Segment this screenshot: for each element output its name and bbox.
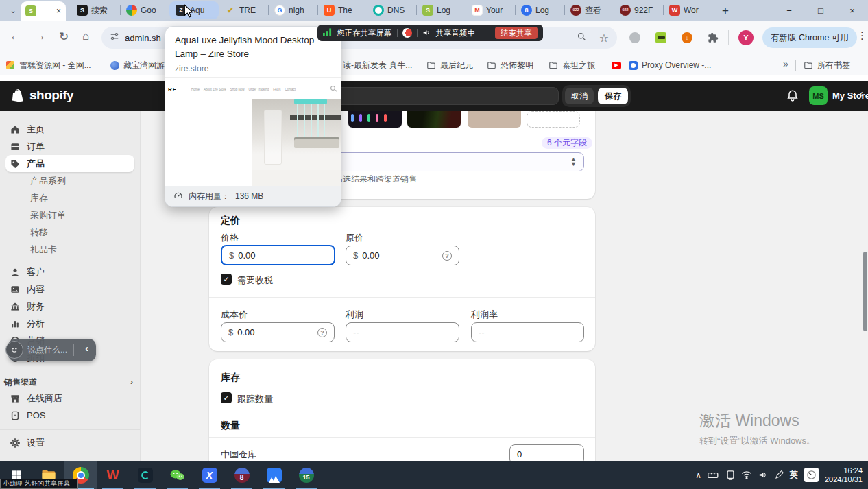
tab-搜索[interactable]: S 搜索 xyxy=(71,1,120,19)
tab-查看[interactable]: 922 查看 xyxy=(564,1,614,19)
sidebar-item-settings[interactable]: 设置 xyxy=(5,434,134,451)
tab-The[interactable]: U The xyxy=(317,1,367,19)
save-button[interactable]: 保存 xyxy=(598,88,628,104)
assistant-avatar-icon[interactable] xyxy=(5,341,23,359)
warehouse-quantity-input[interactable]: 0 xyxy=(509,444,584,461)
cost-input[interactable]: $ 0.00 ? xyxy=(221,322,335,342)
taskbar-shield-app[interactable] xyxy=(129,461,161,489)
profit-input[interactable]: -- xyxy=(346,322,459,342)
tab-close-icon[interactable]: × xyxy=(56,7,61,15)
sidebar-item-分析[interactable]: 分析 xyxy=(5,315,134,332)
bookmark-读-最新发表 真牛...[interactable]: 读-最新发表 真牛... xyxy=(343,59,412,71)
sidebar-subitem-礼品卡[interactable]: 礼品卡 xyxy=(0,241,140,258)
channel-item-在线商店[interactable]: 在线商店 xyxy=(5,390,134,407)
price-input[interactable]: $ 0.00 xyxy=(221,245,335,265)
help-icon[interactable]: ? xyxy=(317,328,327,337)
sidebar-item-客户[interactable]: 客户 xyxy=(5,263,134,281)
tab-Log[interactable]: S Log xyxy=(416,1,466,19)
sidebar-subitem-产品系列[interactable]: 产品系列 xyxy=(0,172,140,189)
product-image-thumb[interactable] xyxy=(468,111,521,128)
taskbar-wps[interactable]: W xyxy=(97,461,129,489)
tray-gauge-app-icon[interactable] xyxy=(804,468,819,482)
notifications-bell-icon[interactable] xyxy=(786,88,801,104)
all-bookmarks[interactable]: 所有书签 xyxy=(804,59,850,71)
battery-icon[interactable] xyxy=(708,471,720,479)
volume-icon[interactable] xyxy=(758,470,769,479)
cancel-button[interactable]: 取消 xyxy=(565,88,594,104)
close-button[interactable]: × xyxy=(836,0,868,21)
tab-Wor[interactable]: W Wor xyxy=(663,1,712,19)
help-icon[interactable]: ? xyxy=(442,251,452,261)
tab-922F[interactable]: 922 922F xyxy=(614,1,663,19)
extension-green-icon[interactable] xyxy=(654,31,668,45)
bookmark-最后纪元[interactable]: 最后纪元 xyxy=(426,59,473,71)
tab-Your[interactable]: M Your xyxy=(466,1,515,19)
tab-overview-chevron-icon[interactable]: ⌄ xyxy=(5,3,21,18)
tab-DNS[interactable]: DNS xyxy=(367,1,416,19)
search-icon[interactable] xyxy=(577,32,587,45)
track-quantity-checkbox[interactable]: ✓ xyxy=(221,392,232,403)
maximize-button[interactable]: □ xyxy=(805,0,836,21)
product-image-thumb[interactable] xyxy=(348,111,402,128)
browser-menu-icon[interactable]: ⋮ xyxy=(857,29,867,42)
taskbar-xmind[interactable]: X xyxy=(193,461,226,489)
bookmark-youtube[interactable]: ▶ xyxy=(612,59,621,71)
assistant-input[interactable]: 说点什么... xyxy=(27,344,67,356)
display-icon[interactable] xyxy=(726,470,735,480)
bookmark-雪糕资源网 - 全网...[interactable]: 雪糕资源网 - 全网... xyxy=(5,59,91,71)
extension-gray-icon[interactable] xyxy=(628,31,642,45)
tab-TRE[interactable]: ✔ TRE xyxy=(219,1,268,19)
tab-Goo[interactable]: Goo xyxy=(120,1,169,19)
margin-input[interactable]: -- xyxy=(471,322,584,342)
chrome-update-chip[interactable]: 有新版 Chrome 可用 xyxy=(762,27,857,48)
site-info-icon[interactable] xyxy=(110,32,119,44)
panel-collapse-chevron-icon[interactable]: ‹ xyxy=(860,88,863,99)
metafields-link[interactable]: 6 个元字段 xyxy=(542,137,592,149)
reload-icon[interactable]: ↻ xyxy=(59,29,69,44)
wifi-icon[interactable] xyxy=(741,470,752,479)
clock[interactable]: 16:24 2024/10/31 xyxy=(825,466,863,484)
sidebar-item-内容[interactable]: 内容 xyxy=(5,281,134,298)
tab-nigh[interactable]: G nigh xyxy=(268,1,317,19)
pen-icon[interactable] xyxy=(775,470,784,479)
tray-expand-chevron-icon[interactable]: ∧ xyxy=(695,470,701,480)
bookmark-star-icon[interactable]: ☆ xyxy=(599,32,609,45)
home-icon[interactable]: ⌂ xyxy=(82,29,89,43)
bookmark-Proxy Overview -...[interactable]: Proxy Overview -... xyxy=(628,59,711,71)
sidebar-item-订单[interactable]: 订单 xyxy=(5,138,134,155)
sidebar-item-主页[interactable]: 主页 xyxy=(5,121,134,138)
taskbar-mountain-app[interactable] xyxy=(258,461,290,489)
taskbar-wechat[interactable] xyxy=(161,461,193,489)
add-media-dropzone[interactable] xyxy=(527,111,580,128)
compare-at-input[interactable]: $ 0.00 ? xyxy=(346,246,459,265)
sales-channels-header[interactable]: 销售渠道 › xyxy=(4,374,133,390)
shopify-logo[interactable]: shopify xyxy=(11,87,73,104)
bookmark-泰坦之旅[interactable]: 泰坦之旅 xyxy=(548,59,595,71)
tab-Log[interactable]: 8 Log xyxy=(515,1,564,19)
bookmark-藏宝湾网游[interactable]: 藏宝湾网游 xyxy=(110,59,165,71)
bookmark-恐怖黎明[interactable]: 恐怖黎明 xyxy=(487,59,533,71)
minimize-button[interactable]: − xyxy=(773,0,805,21)
bookmarks-overflow-chevron[interactable]: » xyxy=(783,58,788,69)
sidebar-subitem-转移[interactable]: 转移 xyxy=(0,224,140,241)
profile-avatar[interactable]: Y xyxy=(738,30,754,45)
extension-download-icon[interactable]: ↓ xyxy=(680,31,694,45)
active-tab[interactable]: S × xyxy=(21,1,66,21)
back-icon[interactable]: ← xyxy=(10,29,21,43)
taskbar-badge-15-app[interactable]: 15 xyxy=(290,461,322,489)
sidebar-subitem-库存[interactable]: 库存 xyxy=(0,189,140,206)
assistant-collapse-chevron-icon[interactable]: ‹ xyxy=(85,343,88,354)
ime-indicator[interactable]: 英 xyxy=(790,469,798,481)
page-scrollbar[interactable] xyxy=(863,252,867,331)
channel-item-POS[interactable]: POS xyxy=(5,407,134,424)
extensions-puzzle-icon[interactable] xyxy=(706,31,720,45)
sidebar-subitem-采购订单[interactable]: 采购订单 xyxy=(0,206,140,224)
sidebar-item-财务[interactable]: 财务 xyxy=(5,298,134,315)
end-share-button[interactable]: 结束共享 xyxy=(495,27,538,39)
product-image-thumb[interactable] xyxy=(407,111,461,128)
new-tab-button[interactable]: + xyxy=(717,3,734,19)
charge-tax-checkbox[interactable]: ✓ xyxy=(221,274,232,285)
tab-Aqu[interactable]: Z Aqu xyxy=(169,1,219,19)
sidebar-item-产品[interactable]: 产品 xyxy=(5,155,134,172)
taskbar-badge-8-app[interactable]: 8 xyxy=(226,461,258,489)
